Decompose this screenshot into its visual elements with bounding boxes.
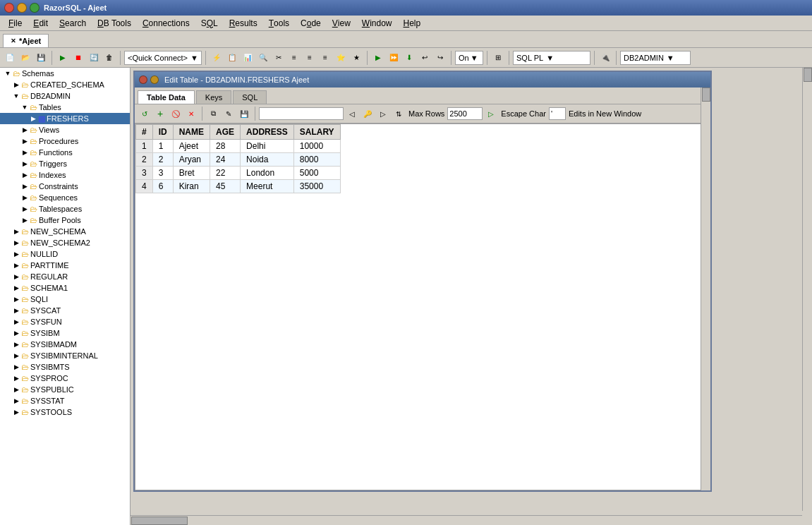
expand-triggers-icon[interactable]: ▶ — [20, 159, 30, 169]
tb-icon-3[interactable]: 📊 — [241, 51, 255, 65]
et-delete-icon[interactable]: 🚫 — [169, 107, 183, 121]
save-icon[interactable]: 💾 — [34, 51, 48, 65]
expand-indexes-icon[interactable]: ▶ — [20, 170, 30, 180]
expand-tablespaces-icon[interactable]: ▶ — [20, 204, 30, 214]
sidebar-item-sysibmts[interactable]: ▶ 🗁 SYSIBMTS — [0, 361, 130, 373]
expand-sysibm-icon[interactable]: ▶ — [11, 328, 21, 338]
expand-new-schema-icon[interactable]: ▶ — [11, 227, 21, 236]
stop-icon[interactable]: ⏹ — [71, 51, 85, 65]
menu-tools[interactable]: Tools — [263, 16, 295, 30]
sql-mode-dropdown[interactable]: SQL PL ▼ — [513, 51, 590, 65]
expand-sqli-icon[interactable]: ▶ — [11, 294, 21, 304]
main-hscrollbar[interactable] — [131, 515, 802, 525]
sidebar-item-schemas[interactable]: ▼ 🗁 Schemas — [0, 68, 130, 79]
menu-db-tools[interactable]: DB Tools — [92, 16, 137, 30]
sidebar-item-tablespaces[interactable]: ▶ 🗁 Tablespaces — [0, 203, 130, 215]
tb-icon-15[interactable]: ↪ — [433, 51, 447, 65]
et-nav-prev-icon[interactable]: ◁ — [345, 107, 359, 121]
expand-freshers-icon[interactable]: ▶ — [28, 114, 38, 123]
sidebar-item-indexes[interactable]: ▶ 🗁 Indexes — [0, 169, 130, 181]
expand-tables-icon[interactable]: ▼ — [20, 102, 30, 112]
escape-char-input[interactable] — [549, 107, 566, 120]
expand-sysfun-icon[interactable]: ▶ — [11, 317, 21, 327]
tb-icon-4[interactable]: 🔍 — [256, 51, 270, 65]
main-vscrollbar[interactable] — [802, 68, 812, 511]
expand-new-schema2-icon[interactable]: ▶ — [11, 238, 21, 248]
tb-icon-11[interactable]: ▶ — [371, 51, 385, 65]
tb-icon-12[interactable]: ⏩ — [387, 51, 401, 65]
menu-file[interactable]: File — [3, 16, 28, 30]
tb-icon-7[interactable]: ≡ — [303, 51, 317, 65]
menu-results[interactable]: Results — [224, 16, 263, 30]
sidebar-item-triggers[interactable]: ▶ 🗁 Triggers — [0, 158, 130, 169]
open-icon[interactable]: 📂 — [18, 51, 32, 65]
sidebar-item-tables[interactable]: ▼ 🗁 Tables — [0, 102, 130, 113]
quick-connect-dropdown[interactable]: <Quick Connect> ▼ — [124, 51, 202, 65]
main-hscrollbar-thumb[interactable] — [131, 517, 188, 525]
tb-icon-5[interactable]: ✂ — [272, 51, 286, 65]
sidebar-item-views[interactable]: ▶ 🗁 Views — [0, 124, 130, 135]
tb-icon-10[interactable]: ★ — [349, 51, 363, 65]
sidebar-item-syspublic[interactable]: ▶ 🗁 SYSPUBLIC — [0, 384, 130, 395]
sidebar-item-new-schema2[interactable]: ▶ 🗁 NEW_SCHEMA2 — [0, 237, 130, 248]
et-add-icon[interactable]: + — [153, 107, 167, 121]
menu-window[interactable]: Window — [356, 16, 398, 30]
sidebar-item-sysibm[interactable]: ▶ 🗁 SYSIBM — [0, 327, 130, 339]
expand-syspublic-icon[interactable]: ▶ — [11, 385, 21, 394]
et-nav-next-icon[interactable]: ▷ — [376, 107, 390, 121]
sidebar-item-nullid[interactable]: ▶ 🗁 NULLID — [0, 248, 130, 260]
menu-edit[interactable]: Edit — [28, 16, 54, 30]
sidebar-item-sequences[interactable]: ▶ 🗁 Sequences — [0, 192, 130, 203]
sidebar-item-new-schema[interactable]: ▶ 🗁 NEW_SCHEMA — [0, 226, 130, 237]
sidebar-item-systools[interactable]: ▶ 🗁 SYSTOOLS — [0, 406, 130, 418]
expand-nullid-icon[interactable]: ▶ — [11, 249, 21, 259]
expand-created-schema-icon[interactable]: ▶ — [11, 80, 21, 90]
expand-sysibminternal-icon[interactable]: ▶ — [11, 351, 21, 361]
et-minimize-button[interactable] — [150, 76, 159, 84]
main-vscrollbar-thumb[interactable] — [804, 68, 812, 82]
sidebar-item-sysibmadm[interactable]: ▶ 🗁 SYSIBMADM — [0, 339, 130, 350]
on-dropdown[interactable]: On ▼ — [455, 51, 483, 65]
menu-connections[interactable]: Connections — [137, 16, 195, 30]
sidebar-item-sysfun[interactable]: ▶ 🗁 SYSFUN — [0, 316, 130, 327]
sidebar-item-sysstat[interactable]: ▶ 🗁 SYSSTAT — [0, 395, 130, 406]
tab-sql[interactable]: SQL — [233, 90, 267, 104]
tb-icon-2[interactable]: 📋 — [225, 51, 239, 65]
max-rows-input[interactable] — [447, 107, 483, 120]
et-edit-icon[interactable]: ✎ — [222, 107, 236, 121]
sidebar-item-procedures[interactable]: ▶ 🗁 Procedures — [0, 135, 130, 147]
menu-sql[interactable]: SQL — [195, 16, 224, 30]
et-copy-icon[interactable]: ⧉ — [206, 107, 220, 121]
table-row[interactable]: 1 1 Ajeet 28 Delhi 10000 — [136, 140, 341, 153]
refresh-icon[interactable]: 🔄 — [87, 51, 101, 65]
new-icon[interactable]: 📄 — [3, 51, 17, 65]
menu-code[interactable]: Code — [295, 16, 327, 30]
sidebar-item-db2admin[interactable]: ▼ 🗁 DB2ADMIN — [0, 90, 130, 102]
tb-icon-8[interactable]: ≡ — [318, 51, 332, 65]
sidebar-item-syscat[interactable]: ▶ 🗁 SYSCAT — [0, 305, 130, 316]
clear-icon[interactable]: 🗑 — [102, 51, 116, 65]
expand-views-icon[interactable]: ▶ — [20, 125, 30, 135]
expand-buffer-pools-icon[interactable]: ▶ — [20, 215, 30, 225]
maximize-button[interactable] — [30, 3, 40, 13]
expand-systools-icon[interactable]: ▶ — [11, 407, 21, 417]
table-row[interactable]: 3 3 Bret 22 London 5000 — [136, 167, 341, 180]
sidebar-item-parttime[interactable]: ▶ 🗁 PARTTIME — [0, 260, 130, 271]
tab-table-data[interactable]: Table Data — [138, 90, 195, 104]
run-icon[interactable]: ▶ — [56, 51, 70, 65]
expand-sysproc-icon[interactable]: ▶ — [11, 373, 21, 383]
minimize-button[interactable] — [17, 3, 27, 13]
sidebar-item-sysibminternal[interactable]: ▶ 🗁 SYSIBMINTERNAL — [0, 350, 130, 361]
expand-sysibmts-icon[interactable]: ▶ — [11, 362, 21, 372]
tb-icon-1[interactable]: ⚡ — [210, 51, 224, 65]
sidebar-item-created-schema[interactable]: ▶ 🗁 CREATED_SCHEMA — [0, 79, 130, 90]
et-refresh-icon[interactable]: ↺ — [138, 107, 152, 121]
connection-dropdown[interactable]: DB2ADMIN ▼ — [620, 51, 691, 65]
sidebar-item-freshers[interactable]: ▶ ▤ FRESHERS — [0, 113, 130, 124]
expand-regular-icon[interactable]: ▶ — [11, 272, 21, 282]
tb-icon-16[interactable]: ⊞ — [491, 51, 505, 65]
sidebar-item-sqli[interactable]: ▶ 🗁 SQLI — [0, 294, 130, 305]
et-save-icon[interactable]: 💾 — [237, 107, 251, 121]
expand-sysibmadm-icon[interactable]: ▶ — [11, 339, 21, 349]
sidebar-item-functions[interactable]: ▶ 🗁 Functions — [0, 147, 130, 158]
